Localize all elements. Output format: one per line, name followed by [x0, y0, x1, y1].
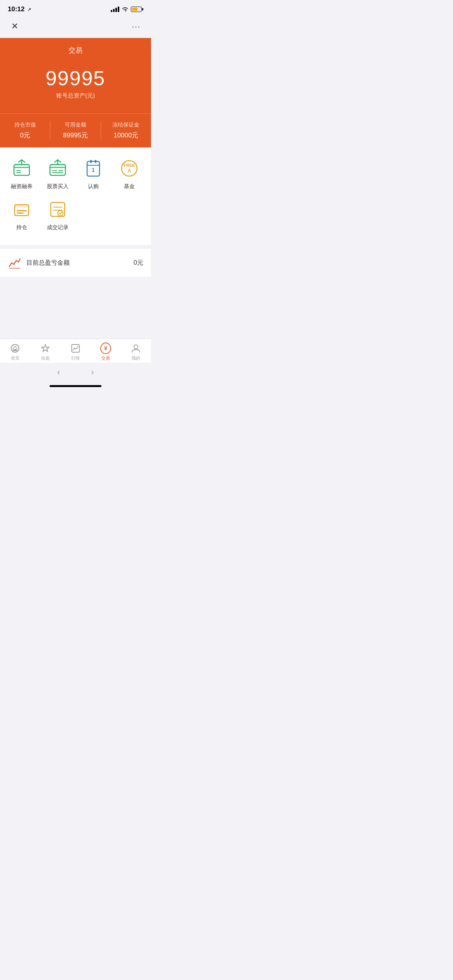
- fund-icon: FREE A: [118, 157, 141, 180]
- svg-point-34: [134, 345, 138, 349]
- svg-rect-23: [17, 210, 27, 211]
- tab-market-label: 行情: [71, 355, 80, 361]
- signal-icon: [111, 7, 119, 12]
- asset-stats: 持仓市值 0元 可用金额 89995元 冻结保证金 10000元: [0, 113, 151, 147]
- menu-item-margin-trading[interactable]: 融资融券: [4, 157, 40, 190]
- page-title: 交易: [0, 46, 151, 55]
- location-arrow-icon: ↗: [27, 7, 31, 12]
- svg-rect-15: [90, 160, 92, 163]
- margin-trading-label: 融资融券: [11, 183, 33, 190]
- trade-record-label: 成交记录: [47, 224, 69, 231]
- stock-buy-label: 股票买入: [47, 183, 69, 190]
- total-asset-label: 账号总资产(元): [0, 92, 151, 99]
- menu-item-holding[interactable]: 持仓: [4, 198, 40, 231]
- more-button[interactable]: ···: [129, 19, 143, 33]
- svg-rect-32: [72, 344, 79, 352]
- svg-rect-22: [15, 205, 29, 208]
- total-asset-amount: 99995: [0, 67, 151, 90]
- close-icon: ✕: [11, 22, 18, 31]
- stock-buy-icon: [46, 157, 69, 180]
- menu-item-fund[interactable]: FREE A 基金: [112, 157, 148, 190]
- battery-icon: [131, 7, 143, 12]
- market-tab-icon: [70, 343, 81, 354]
- svg-rect-24: [17, 212, 24, 214]
- nav-bar: ✕ ···: [0, 16, 151, 38]
- back-arrow[interactable]: ‹: [57, 367, 60, 377]
- holding-label: 持仓: [16, 224, 27, 231]
- home-indicator: [0, 382, 151, 392]
- more-icon: ···: [132, 22, 141, 31]
- pnl-left: 目前总盈亏金额: [8, 256, 70, 270]
- tab-watchlist[interactable]: 自选: [30, 343, 60, 361]
- svg-rect-30: [14, 349, 16, 351]
- nav-arrows: ‹ ›: [0, 363, 151, 382]
- available-amount-label: 可用金额: [50, 122, 100, 128]
- subscribe-label: 认购: [88, 183, 99, 190]
- tab-watchlist-label: 自选: [41, 355, 50, 361]
- svg-point-29: [11, 344, 19, 352]
- available-amount-value: 89995元: [50, 131, 100, 140]
- status-time: 10:12: [8, 5, 24, 13]
- profile-tab-icon: [130, 343, 141, 354]
- svg-marker-31: [41, 344, 49, 352]
- svg-text:¥: ¥: [104, 345, 107, 351]
- pnl-section: 目前总盈亏金额 0元: [0, 249, 151, 277]
- tab-profile[interactable]: 我的: [121, 343, 151, 361]
- pnl-chart-icon: [8, 256, 22, 270]
- tab-home-label: 首页: [11, 355, 19, 361]
- holding-icon: [10, 198, 33, 221]
- frozen-margin-label: 冻结保证金: [101, 122, 151, 128]
- wifi-icon: [122, 7, 129, 12]
- watchlist-tab-icon: [40, 343, 51, 354]
- tab-bar: 首页 自选 行情 ¥ 交易: [0, 339, 151, 363]
- svg-text:1: 1: [92, 167, 95, 173]
- tab-market[interactable]: 行情: [60, 343, 91, 361]
- home-tab-icon: [10, 343, 21, 354]
- menu-item-stock-buy[interactable]: 股票买入: [40, 157, 76, 190]
- svg-point-28: [58, 211, 63, 216]
- menu-item-subscribe[interactable]: 1 认购: [76, 157, 112, 190]
- tab-trade-label: 交易: [101, 355, 110, 361]
- frozen-margin-stat: 冻结保证金 10000元: [101, 122, 151, 140]
- close-button[interactable]: ✕: [8, 19, 22, 33]
- fund-label: 基金: [124, 183, 135, 190]
- status-icons: [111, 7, 143, 12]
- svg-text:FREE: FREE: [124, 163, 135, 168]
- empty-area: [0, 277, 151, 339]
- forward-arrow[interactable]: ›: [91, 367, 94, 377]
- svg-text:A: A: [127, 168, 131, 173]
- menu-grid: 融资融券 股票买入 1 认购: [0, 147, 151, 245]
- svg-rect-16: [95, 160, 96, 163]
- available-amount-stat: 可用金额 89995元: [50, 122, 100, 140]
- holding-value-amount: 0元: [0, 131, 50, 140]
- status-bar: 10:12 ↗: [0, 0, 151, 16]
- trade-tab-icon: ¥: [100, 343, 111, 354]
- holding-value-stat: 持仓市值 0元: [0, 122, 50, 140]
- margin-trading-icon: [10, 157, 33, 180]
- tab-profile-label: 我的: [132, 355, 140, 361]
- home-bar: [50, 385, 101, 387]
- pnl-label: 目前总盈亏金额: [26, 259, 70, 267]
- pnl-value: 0元: [134, 259, 143, 267]
- tab-home[interactable]: 首页: [0, 343, 30, 361]
- tab-trade[interactable]: ¥ 交易: [91, 343, 121, 361]
- holding-value-label: 持仓市值: [0, 122, 50, 128]
- subscribe-icon: 1: [82, 157, 105, 180]
- header-area: 交易 99995 账号总资产(元) 持仓市值 0元 可用金额 89995元 冻结…: [0, 38, 151, 147]
- menu-item-trade-record[interactable]: 成交记录: [40, 198, 76, 231]
- trade-record-icon: [46, 198, 69, 221]
- frozen-margin-value: 10000元: [101, 131, 151, 140]
